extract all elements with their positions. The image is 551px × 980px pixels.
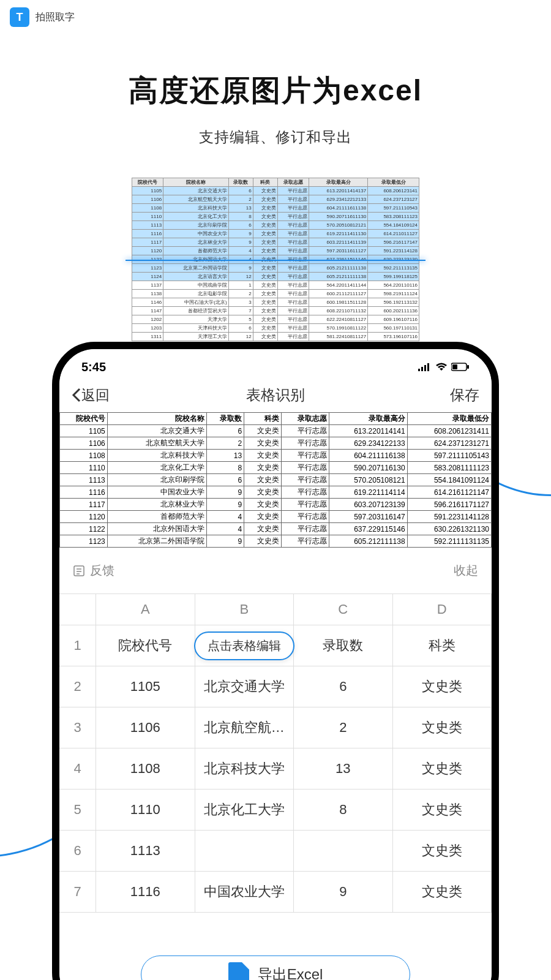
- hero-subtitle: 支持编辑、修订和导出: [0, 127, 551, 147]
- scanned-result-table: 院校代号院校名称录取数科类录取志愿录取最高分录取最低分1105北京交通大学6文史…: [59, 412, 492, 548]
- sheet-cell[interactable]: 科类: [393, 625, 492, 666]
- battery-icon: [451, 360, 470, 374]
- sheet-cell[interactable]: 1113: [96, 831, 195, 871]
- sheet-cell[interactable]: 北京航空航…: [195, 707, 294, 748]
- editable-sheet[interactable]: ABCD1院校代号点击表格编辑录取数科类21105北京交通大学6文史类31106…: [59, 594, 492, 913]
- sheet-cell[interactable]: 6: [294, 666, 393, 707]
- sheet-row: 21105北京交通大学6文史类: [59, 666, 492, 707]
- sheet-cell[interactable]: 文史类: [393, 831, 492, 871]
- column-header[interactable]: D: [393, 594, 492, 625]
- sheet-cell[interactable]: 1110: [96, 790, 195, 830]
- sheet-cell[interactable]: 中国农业大学: [195, 872, 294, 912]
- sheet-cell[interactable]: 2: [294, 707, 393, 748]
- collapse-button[interactable]: 收起: [454, 562, 478, 579]
- xls-file-icon: [228, 962, 249, 980]
- edit-hint-bubble: 点击表格编辑: [194, 631, 294, 660]
- svg-rect-2: [424, 365, 426, 371]
- app-header: T 拍照取字: [0, 0, 551, 34]
- sheet-cell[interactable]: 1116: [96, 872, 195, 912]
- feedback-button[interactable]: 反馈: [73, 562, 114, 579]
- sheet-cell[interactable]: 9: [294, 872, 393, 912]
- sheet-cell[interactable]: 点击表格编辑: [195, 625, 294, 666]
- export-excel-button[interactable]: 导出Excel: [141, 956, 410, 980]
- sheet-cell[interactable]: 1105: [96, 666, 195, 707]
- sheet-cell[interactable]: 文史类: [393, 748, 492, 789]
- sheet-cell[interactable]: 13: [294, 748, 393, 789]
- sheet-cell[interactable]: 1106: [96, 707, 195, 748]
- row-header[interactable]: 2: [59, 666, 96, 707]
- sheet-cell[interactable]: 院校代号: [96, 625, 195, 666]
- sheet-cell[interactable]: 北京化工大学: [195, 790, 294, 830]
- sheet-row: 41108北京科技大学13文史类: [59, 748, 492, 790]
- sheet-cell[interactable]: 北京交通大学: [195, 666, 294, 707]
- sheet-cell[interactable]: 8: [294, 790, 393, 830]
- row-header[interactable]: 5: [59, 790, 96, 830]
- scan-line-indicator: [126, 260, 425, 261]
- sheet-row: 61113文史类: [59, 831, 492, 872]
- status-time: 5:45: [81, 360, 106, 374]
- sheet-row: 31106北京航空航…2文史类: [59, 707, 492, 748]
- page-title: 表格识别: [246, 385, 305, 405]
- svg-rect-5: [452, 364, 457, 369]
- sheet-cell[interactable]: [294, 831, 393, 871]
- app-name: 拍照取字: [36, 11, 75, 24]
- scan-preview-image: 院校代号院校名称录取数科类录取志愿录取最高分录取最低分1105北京交通大学6文史…: [132, 178, 419, 341]
- column-header[interactable]: A: [96, 594, 195, 625]
- hero-title: 高度还原图片为excel: [0, 71, 551, 110]
- svg-rect-1: [421, 367, 423, 371]
- sheet-cell[interactable]: [195, 831, 294, 871]
- svg-rect-0: [418, 369, 420, 371]
- svg-rect-6: [467, 365, 469, 369]
- sheet-row: 1院校代号点击表格编辑录取数科类: [59, 625, 492, 666]
- status-bar: 5:45: [59, 349, 492, 379]
- sheet-row: 51110北京化工大学8文史类: [59, 790, 492, 831]
- column-header[interactable]: C: [294, 594, 393, 625]
- sheet-cell[interactable]: 文史类: [393, 872, 492, 912]
- row-header[interactable]: 3: [59, 707, 96, 748]
- sheet-corner: [59, 594, 96, 625]
- app-logo-icon: T: [10, 7, 29, 27]
- sheet-cell[interactable]: 文史类: [393, 707, 492, 748]
- column-header[interactable]: B: [195, 594, 294, 625]
- feedback-icon: [73, 565, 85, 577]
- svg-rect-3: [427, 363, 429, 371]
- row-header[interactable]: 1: [59, 625, 96, 666]
- signal-icon: [418, 360, 432, 374]
- row-header[interactable]: 6: [59, 831, 96, 871]
- sheet-cell[interactable]: 1108: [96, 748, 195, 789]
- sheet-cell[interactable]: 北京科技大学: [195, 748, 294, 789]
- row-header[interactable]: 7: [59, 872, 96, 912]
- sheet-cell[interactable]: 录取数: [294, 625, 393, 666]
- wifi-icon: [435, 360, 448, 374]
- back-button[interactable]: 返回: [72, 386, 110, 405]
- sheet-cell[interactable]: 文史类: [393, 666, 492, 707]
- in-app-navbar: 返回 表格识别 保存: [59, 379, 492, 412]
- sheet-row: 71116中国农业大学9文史类: [59, 872, 492, 913]
- row-header[interactable]: 4: [59, 748, 96, 789]
- save-button[interactable]: 保存: [450, 385, 479, 405]
- phone-mockup: 5:45 返回 表格识别 保存 院校代号院校名称录取数科类录取志愿录取: [52, 342, 499, 980]
- sheet-cell[interactable]: 文史类: [393, 790, 492, 830]
